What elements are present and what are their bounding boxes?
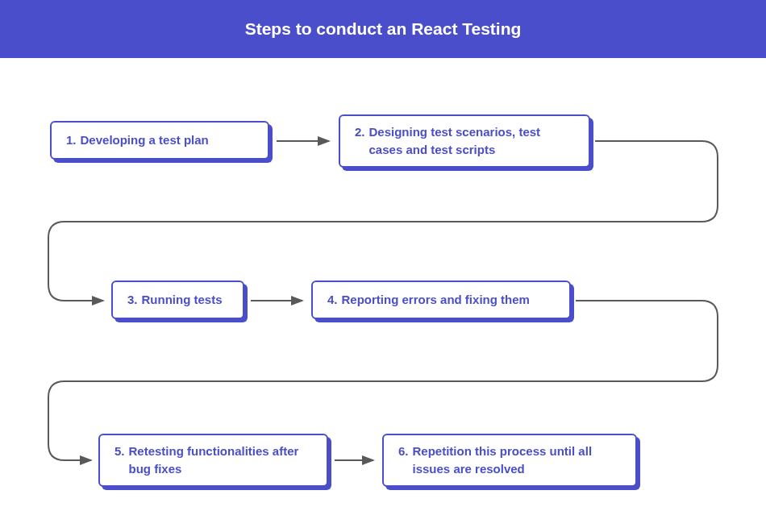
page-header: Steps to conduct an React Testing — [0, 0, 766, 58]
step-label: Reporting errors and fixing them — [342, 291, 530, 309]
step-box-4: 4. Reporting errors and fixing them — [311, 281, 571, 319]
step-number: 3. — [127, 291, 138, 309]
step-number: 6. — [398, 443, 409, 478]
step-number: 5. — [114, 443, 125, 478]
step-box-1: 1. Developing a test plan — [50, 121, 269, 160]
page-title: Steps to conduct an React Testing — [245, 19, 522, 39]
step-box-2: 2. Designing test scenarios, test cases … — [339, 114, 590, 168]
diagram-canvas: 1. Developing a test plan 2. Designing t… — [0, 58, 766, 532]
step-number: 2. — [355, 123, 365, 159]
step-box-6: 6. Repetition this process until all iss… — [382, 434, 637, 487]
step-number: 1. — [66, 131, 77, 149]
step-label: Running tests — [142, 291, 223, 309]
step-box-3: 3. Running tests — [111, 281, 244, 319]
step-label: Developing a test plan — [81, 131, 209, 149]
step-box-5: 5. Retesting functionalities after bug f… — [98, 434, 328, 487]
step-label: Repetition this process until all issues… — [413, 443, 621, 478]
step-label: Designing test scenarios, test cases and… — [369, 123, 574, 159]
step-number: 4. — [327, 291, 338, 309]
step-label: Retesting functionalities after bug fixe… — [129, 443, 312, 478]
